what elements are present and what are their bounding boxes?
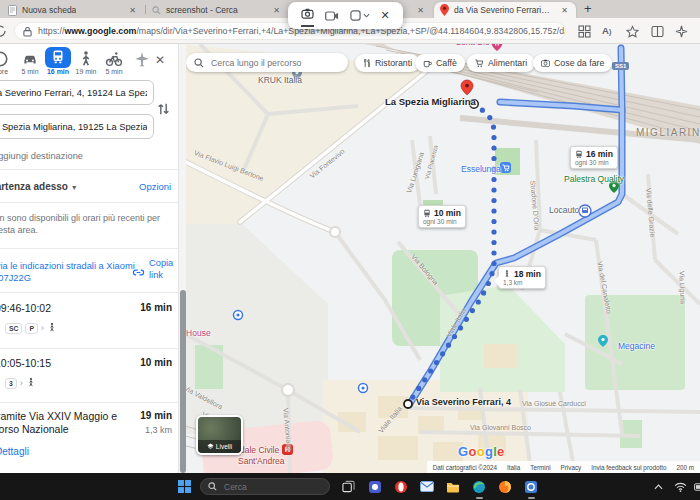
drive-mode-icon[interactable] (21, 50, 39, 68)
capture-mode-selector[interactable] (350, 10, 370, 21)
bus-stop-icon (579, 205, 591, 217)
windows-taskbar (0, 473, 700, 500)
route-option-via[interactable]: Tramite Via XXIV Maggio e Corso Nazional… (0, 410, 133, 436)
new-tab-button[interactable]: + (584, 1, 592, 16)
poi-palestra-quality[interactable]: Palestra Quality (564, 174, 624, 184)
split-screen-icon[interactable] (651, 25, 664, 38)
close-icon[interactable]: ✕ (415, 6, 426, 15)
route-option-lines[interactable]: 3› (5, 377, 36, 389)
attribution-country[interactable]: Italia (507, 464, 520, 471)
poi-locauto[interactable]: Locauto (549, 205, 579, 215)
route-option-time[interactable]: 10:05-10:15 (0, 357, 51, 369)
attribution-privacy[interactable]: Privacy (561, 464, 582, 471)
refresh-icon[interactable] (0, 24, 7, 38)
poi-megacine[interactable]: Megacine (618, 341, 655, 351)
chevron-down-icon (363, 13, 370, 18)
close-icon[interactable]: ✕ (271, 6, 282, 15)
sidebar-scrollbar[interactable] (178, 44, 186, 473)
transit-mode-selected[interactable] (45, 47, 71, 68)
close-icon[interactable]: ✕ (380, 9, 389, 22)
map-base-layer (178, 44, 700, 473)
flight-mode-icon[interactable] (133, 50, 151, 68)
map-scale: 200 m (676, 464, 694, 471)
edge-icon[interactable] (470, 478, 487, 495)
search-along-route[interactable] (186, 53, 348, 72)
add-destination-button[interactable]: Aggiungi destinazione (0, 151, 83, 161)
tab-search[interactable]: screenshot - Cerca ✕ (146, 2, 288, 18)
destination-input[interactable] (0, 114, 154, 139)
transit-line-badge: P (25, 323, 38, 334)
read-aloud-icon[interactable]: A) (602, 25, 611, 36)
departure-time-dropdown[interactable]: Partenza adesso ▼ (0, 181, 78, 192)
transit-badge-10min[interactable]: 10 min ogni 30 min (418, 205, 466, 228)
transit-badge-16min[interactable]: 16 min ogni 30 min (570, 146, 618, 169)
taskbar-search-input[interactable] (222, 481, 312, 493)
close-directions-icon[interactable]: ✕ (155, 53, 165, 67)
walk-mode-icon[interactable] (77, 50, 95, 68)
destination-label[interactable]: La Spezia Migliarina (385, 96, 476, 107)
favorite-star-icon[interactable] (626, 25, 639, 38)
tray-chevron-up-icon[interactable] (650, 478, 667, 495)
video-record-icon[interactable] (325, 7, 339, 25)
poi-hospital-line1[interactable]: dale Civile (240, 445, 279, 455)
poi-luna-blu[interactable]: Luna Blu (456, 44, 490, 47)
options-button[interactable]: Opzioni (139, 181, 171, 192)
attribution-feedback[interactable]: Invia feedback sul prodotto (591, 464, 666, 471)
opera-icon[interactable] (392, 478, 409, 495)
copy-link-icon[interactable] (132, 266, 145, 279)
restaurant-icon (363, 59, 371, 68)
origin-label[interactable]: Via Severino Ferrari, 4 (416, 397, 511, 407)
origin-input[interactable] (0, 80, 154, 105)
copy-link-label2[interactable]: link (149, 270, 163, 280)
chip-caffe[interactable]: Caffè (415, 54, 465, 72)
search-along-route-input[interactable] (209, 57, 339, 69)
poi-kruk-italia[interactable]: KRUK Italia (258, 75, 302, 85)
chip-alimentari[interactable]: Alimentari (467, 54, 535, 72)
scrollbar-thumb[interactable] (180, 290, 186, 473)
firefox-icon[interactable] (496, 478, 513, 495)
wifi-icon[interactable] (672, 478, 689, 495)
divider (0, 292, 178, 293)
bike-mode-icon[interactable] (105, 50, 123, 68)
divider (0, 248, 178, 249)
walking-badge-18min[interactable]: 18 min 1,3 km (498, 266, 546, 289)
close-icon[interactable]: ✕ (559, 6, 570, 15)
send-directions-link[interactable]: Invia le indicazioni stradali a Xiaomi 2… (0, 260, 136, 284)
map-canvas[interactable]: SS1 La Spezia Migliarina Via Severino Fe… (178, 44, 700, 473)
grocery-cart-icon (475, 59, 484, 68)
map-attribution: Dati cartografici ©2024 Italia Termini P… (427, 461, 700, 473)
file-explorer-icon[interactable] (444, 478, 461, 495)
tab-label: screenshot - Cerca (166, 5, 238, 15)
lock-icon[interactable] (23, 26, 32, 37)
chip-ristoranti[interactable]: Ristoranti (355, 54, 420, 72)
tab-maps-directions[interactable]: da Via Severino Ferrari, 4 a La Sp ✕ (434, 2, 576, 18)
swap-locations-icon[interactable] (156, 100, 171, 118)
route-option-duration: 19 min (140, 410, 172, 421)
mail-icon[interactable] (418, 478, 435, 495)
favorites-grid-icon[interactable] (578, 25, 591, 38)
route-option-lines[interactable]: SCP› (5, 322, 57, 334)
windows-start-button[interactable] (176, 478, 193, 495)
close-icon[interactable]: ✕ (127, 6, 138, 15)
task-view-icon[interactable] (340, 478, 357, 495)
route-option-duration: 16 min (140, 302, 172, 313)
chevron-right-icon: › (41, 323, 44, 333)
tab-new-tab[interactable]: Nuova scheda ✕ (2, 2, 144, 18)
screenshot-camera-icon[interactable] (301, 5, 314, 27)
details-link[interactable]: Dettagli (0, 446, 29, 457)
attribution-terms[interactable]: Termini (530, 464, 550, 471)
route-option-time[interactable]: 09:46-10:02 (0, 302, 51, 314)
chat-icon[interactable] (366, 478, 383, 495)
taskbar-search[interactable] (200, 478, 330, 495)
poi-esselunga[interactable]: Esselunga (461, 164, 501, 174)
layers-button[interactable]: Livelli (196, 415, 243, 455)
chip-cose-da-fare[interactable]: Cose da fare (533, 54, 612, 72)
schedule-notice: Non sono disponibili gli orari più recen… (0, 212, 178, 236)
poi-hospital-line2[interactable]: Sant'Andrea (238, 456, 285, 466)
camera-icon (541, 59, 550, 67)
copy-link-label[interactable]: Copia (149, 258, 173, 268)
battery-icon[interactable] (692, 478, 700, 495)
collections-sparkle-icon[interactable] (675, 25, 688, 38)
photos-icon[interactable] (522, 478, 539, 495)
best-mode-icon[interactable] (0, 50, 9, 68)
